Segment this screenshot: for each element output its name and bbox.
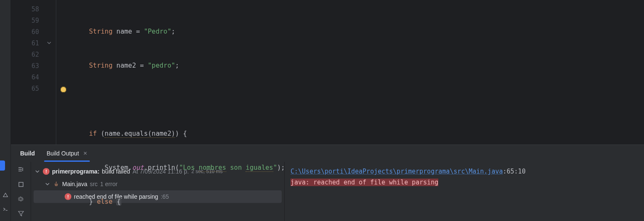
tool-window-stripe <box>0 0 11 221</box>
gutter: 58 59 60 61 62 63 64 65 <box>11 0 56 145</box>
line-number: 64 <box>11 71 56 83</box>
line-number: 61 <box>11 37 56 49</box>
line-number: 62 <box>11 49 56 60</box>
hammer-icon[interactable] <box>17 166 25 174</box>
line-number: 60 <box>11 26 56 37</box>
terminal-icon[interactable] <box>2 206 9 213</box>
line-number: 65 <box>11 83 56 94</box>
code-area[interactable]: String name = "Pedro"; String name2 = "p… <box>56 0 644 145</box>
active-tool-indicator <box>0 160 5 171</box>
filter-icon[interactable] <box>18 210 24 217</box>
svg-rect-0 <box>19 182 23 187</box>
close-icon[interactable]: ✕ <box>83 150 87 156</box>
debug-icon[interactable] <box>2 192 9 198</box>
panel-toolbar <box>11 162 31 221</box>
chevron-down-icon[interactable] <box>34 169 40 174</box>
error-icon: ! <box>43 168 50 175</box>
line-number: 63 <box>11 60 56 71</box>
line-number: 59 <box>11 15 56 26</box>
gear-icon[interactable] <box>17 195 24 203</box>
chevron-down-icon[interactable] <box>45 182 50 186</box>
fold-toggle-icon[interactable] <box>47 40 52 45</box>
line-number: 58 <box>11 3 56 15</box>
code-editor[interactable]: 58 59 60 61 62 63 64 65 String name = "P… <box>11 0 644 145</box>
tab-build-output[interactable]: Build Output ✕ <box>42 145 92 162</box>
tab-build[interactable]: Build <box>16 145 39 162</box>
stop-icon[interactable] <box>18 181 24 188</box>
